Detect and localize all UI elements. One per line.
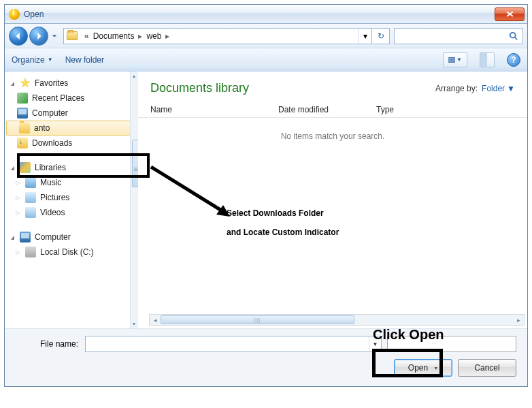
sidebar-section-computer[interactable]: Computer	[5, 230, 137, 245]
search-icon	[509, 31, 518, 41]
arrow-left-icon	[14, 31, 23, 41]
scrollbar-thumb[interactable]: |||	[161, 315, 354, 324]
open-button[interactable]: Open▼	[394, 359, 452, 377]
split-caret-icon: ▼	[433, 366, 438, 371]
new-folder-button[interactable]: New folder	[65, 55, 104, 65]
list-icon	[448, 57, 455, 63]
filename-label: File name:	[16, 339, 80, 349]
chevron-down-icon: ▼	[48, 57, 53, 63]
refresh-button[interactable]: ↻	[371, 29, 389, 44]
cancel-button[interactable]: Cancel	[458, 359, 516, 377]
sidebar-item-anto[interactable]: anto	[6, 121, 136, 136]
breadcrumb-item-web[interactable]: web	[146, 31, 161, 41]
chevron-down-icon: ▼	[507, 84, 515, 93]
star-icon	[20, 78, 31, 89]
preview-pane-toggle[interactable]	[480, 52, 495, 67]
chevron-down-icon	[52, 33, 57, 39]
file-type-filter[interactable]	[387, 336, 516, 352]
breadcrumb: « Documents ▸ web ▸	[80, 31, 358, 41]
arrow-right-icon	[34, 31, 44, 41]
file-list-area: Documents library Arrange by: Folder▼ Na…	[138, 72, 527, 328]
chevron-down-icon: ▼	[456, 57, 462, 63]
scroll-right-button[interactable]: ▸	[513, 317, 524, 324]
libraries-icon	[20, 162, 31, 173]
column-name[interactable]: Name	[150, 105, 278, 114]
library-title: Documents library	[150, 81, 249, 95]
filename-input[interactable]: ▼	[85, 336, 382, 352]
folder-icon	[64, 31, 80, 40]
toolbar: Organize▼ New folder ▼ ?	[5, 48, 527, 72]
arrange-by-dropdown[interactable]: Folder▼	[482, 84, 515, 93]
open-file-dialog: Open ✕ « Documents ▸ web ▸ ▾ ↻ Organize▼…	[4, 4, 528, 387]
view-options-button[interactable]: ▼	[443, 52, 467, 67]
column-date-modified[interactable]: Date modified	[278, 105, 376, 114]
filename-dropdown[interactable]: ▼	[369, 336, 381, 351]
sidebar-item-recent-places[interactable]: Recent Places	[5, 91, 137, 106]
back-button[interactable]	[9, 27, 28, 46]
app-icon	[9, 9, 20, 20]
disk-icon	[25, 247, 36, 257]
column-type[interactable]: Type	[376, 105, 515, 114]
sidebar-section-favorites[interactable]: Favorites	[5, 76, 137, 91]
recent-icon	[17, 93, 28, 104]
window-title: Open	[24, 10, 495, 19]
column-headers[interactable]: Name Date modified Type	[138, 99, 527, 118]
scroll-left-button[interactable]: ◂	[150, 317, 161, 324]
close-button[interactable]: ✕	[495, 7, 525, 21]
empty-message: No items match your search.	[138, 118, 527, 155]
arrange-by-label: Arrange by:	[435, 84, 478, 93]
sidebar-item-downloads[interactable]: Downloads	[5, 136, 137, 151]
svg-line-1	[515, 37, 518, 40]
nav-bar: « Documents ▸ web ▸ ▾ ↻	[5, 24, 527, 48]
sidebar-item-computer[interactable]: Computer	[5, 106, 137, 121]
dialog-footer: File name: ▼ Open▼ Cancel	[5, 328, 527, 386]
music-icon	[25, 177, 36, 188]
horizontal-scrollbar[interactable]: ◂ ||| ▸	[149, 314, 525, 326]
computer-icon	[17, 108, 28, 119]
forward-button[interactable]	[29, 27, 48, 46]
sidebar-item-music[interactable]: Music	[5, 175, 137, 190]
address-bar[interactable]: « Documents ▸ web ▸ ▾ ↻	[63, 28, 390, 44]
computer-icon	[20, 232, 31, 242]
downloads-icon	[17, 138, 28, 148]
breadcrumb-root-chevron[interactable]: «	[84, 31, 89, 41]
nav-history-dropdown[interactable]	[50, 27, 59, 46]
sidebar-scrollbar[interactable]	[130, 72, 138, 328]
sidebar-item-pictures[interactable]: Pictures	[5, 190, 137, 205]
address-dropdown[interactable]: ▾	[358, 29, 371, 44]
sidebar-item-videos[interactable]: Videos	[5, 205, 137, 220]
svg-point-0	[510, 32, 516, 37]
help-button[interactable]: ?	[507, 53, 520, 67]
videos-icon	[25, 207, 36, 218]
chevron-right-icon: ▸	[138, 31, 142, 41]
titlebar: Open ✕	[5, 5, 527, 24]
organize-menu[interactable]: Organize▼	[12, 55, 53, 65]
close-icon: ✕	[505, 10, 514, 19]
sidebar-section-libraries[interactable]: Libraries	[5, 160, 137, 175]
search-input[interactable]	[394, 28, 523, 44]
pictures-icon	[25, 192, 36, 203]
scrollbar-thumb[interactable]	[132, 140, 138, 187]
scrollbar-grip: ≡	[134, 166, 137, 173]
breadcrumb-item-documents[interactable]: Documents	[93, 31, 135, 41]
navigation-sidebar: Favorites Recent Places Computer anto Do…	[5, 72, 138, 328]
folder-icon	[19, 123, 30, 134]
sidebar-item-local-disk-c[interactable]: Local Disk (C:)	[5, 245, 137, 260]
chevron-right-icon: ▸	[165, 31, 169, 41]
